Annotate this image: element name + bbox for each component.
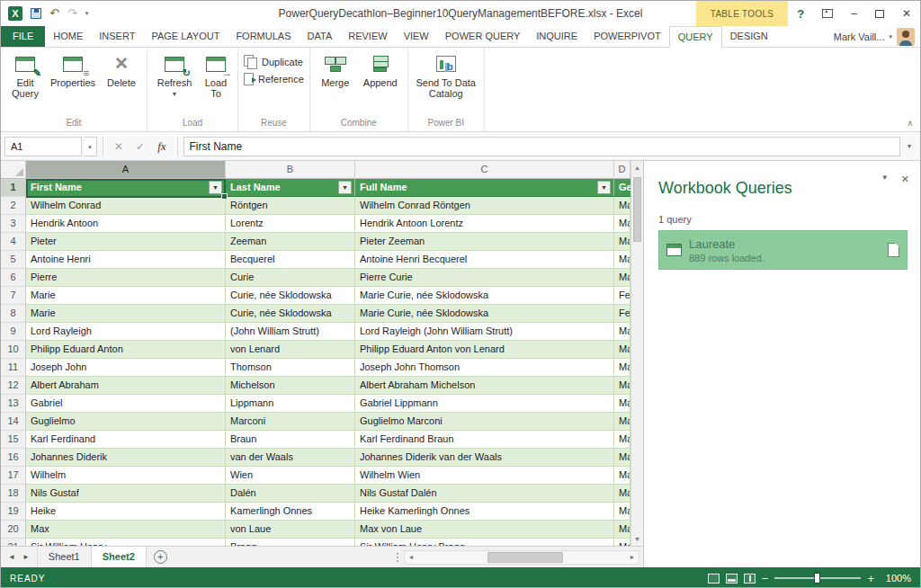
duplicate-button[interactable]: Duplicate — [244, 55, 304, 68]
cell[interactable]: Philipp Eduard Anton von Lenard — [355, 341, 614, 359]
cell[interactable]: Gabriel — [26, 395, 226, 413]
user-avatar[interactable] — [897, 28, 915, 46]
name-box-dropdown-icon[interactable]: ▾ — [84, 137, 97, 156]
cell[interactable]: Lorentz — [226, 215, 355, 233]
tab-data[interactable]: DATA — [300, 26, 341, 47]
cell[interactable]: Pierre — [26, 269, 226, 287]
row-header[interactable]: 3 — [1, 215, 26, 233]
column-header-d[interactable]: D — [614, 161, 630, 179]
cell[interactable]: Lord Rayleigh (John William Strutt) — [355, 323, 614, 341]
sheet-nav-right-icon[interactable]: ► — [22, 553, 30, 561]
cell[interactable]: Max — [26, 521, 226, 539]
cell[interactable]: (John William Strutt) — [226, 323, 355, 341]
cell[interactable]: von Laue — [226, 521, 355, 539]
cell[interactable]: Female — [614, 305, 630, 323]
row-header[interactable]: 12 — [1, 377, 26, 395]
insert-function-icon[interactable]: fx — [152, 139, 171, 154]
formula-bar-expand-icon[interactable]: ▾ — [902, 142, 917, 150]
cell[interactable]: Male — [614, 449, 630, 467]
refresh-button[interactable]: ↻ Refresh ▼ — [153, 49, 196, 100]
cell[interactable]: Guglielmo — [26, 413, 226, 431]
cell[interactable]: von Lenard — [226, 341, 355, 359]
tab-insert[interactable]: INSERT — [91, 26, 143, 47]
row-header[interactable]: 20 — [1, 521, 26, 539]
cell[interactable]: Heike — [26, 503, 226, 521]
page-break-view-icon[interactable] — [744, 574, 756, 584]
cell[interactable]: Male — [614, 467, 630, 485]
horizontal-scrollbar[interactable]: ◄ ► — [404, 550, 639, 565]
row-header[interactable]: 4 — [1, 233, 26, 251]
horizontal-scroll-track[interactable] — [417, 551, 626, 564]
row-header[interactable]: 1 — [1, 179, 26, 197]
cell[interactable]: Female — [614, 287, 630, 305]
cell[interactable]: Röntgen — [226, 197, 355, 215]
add-sheet-icon[interactable]: + — [154, 550, 167, 564]
cell[interactable]: Male — [614, 215, 630, 233]
cell[interactable]: Dalén — [226, 485, 355, 503]
cell[interactable]: Zeeman — [226, 233, 355, 251]
cell[interactable]: Albert Abraham — [26, 377, 226, 395]
cell[interactable]: Karl Ferdinand — [26, 431, 226, 449]
cell[interactable]: Joseph John Thomson — [355, 359, 614, 377]
sheet-tab-sheet2[interactable]: Sheet2 — [92, 547, 147, 567]
send-to-data-catalog-button[interactable]: Send To Data Catalog — [414, 49, 478, 99]
query-peek-icon[interactable] — [888, 243, 899, 257]
cell[interactable]: Male — [614, 431, 630, 449]
cell[interactable]: Karl Ferdinand Braun — [355, 431, 614, 449]
minimize-button[interactable]: – — [842, 1, 866, 26]
cell[interactable]: Male — [614, 359, 630, 377]
cell[interactable]: Hendrik Antoon Lorentz — [355, 215, 614, 233]
cell[interactable]: Lord Rayleigh — [26, 323, 226, 341]
delete-button[interactable]: ✕ Delete — [102, 49, 141, 88]
cell[interactable]: Male — [614, 323, 630, 341]
sheet-tab-sheet1[interactable]: Sheet1 — [37, 547, 92, 567]
vertical-scroll-thumb[interactable] — [633, 177, 641, 242]
row-header[interactable]: 15 — [1, 431, 26, 449]
row-header[interactable]: 14 — [1, 413, 26, 431]
cell[interactable]: Male — [614, 503, 630, 521]
cell[interactable]: Johannes Diderik — [26, 449, 226, 467]
tab-page-layout[interactable]: PAGE LAYOUT — [143, 26, 228, 47]
row-header[interactable]: 7 — [1, 287, 26, 305]
cell[interactable]: Nils Gustaf — [26, 485, 226, 503]
cell[interactable]: Kamerlingh Onnes — [226, 503, 355, 521]
formula-input[interactable]: First Name — [183, 137, 900, 156]
normal-view-icon[interactable] — [708, 574, 720, 584]
row-header[interactable]: 11 — [1, 359, 26, 377]
cell[interactable]: Becquerel — [226, 251, 355, 269]
cell[interactable]: Curie — [226, 269, 355, 287]
column-header-b[interactable]: B — [226, 161, 355, 179]
cell[interactable]: Guglielmo Marconi — [355, 413, 614, 431]
tab-scroll-splitter[interactable] — [397, 553, 398, 562]
row-header[interactable]: 9 — [1, 323, 26, 341]
query-item-laureate[interactable]: Laureate 889 rows loaded. — [658, 230, 908, 270]
edit-query-button[interactable]: ✎ Edit Query — [6, 49, 44, 99]
scroll-up-icon[interactable]: ▲ — [634, 161, 640, 174]
cell[interactable]: Philipp Eduard Anton — [26, 341, 226, 359]
cell[interactable]: Wilhelm Conrad — [26, 197, 226, 215]
cell[interactable]: Bragg — [226, 539, 355, 546]
merge-button[interactable]: Merge — [316, 49, 355, 88]
cell[interactable]: Wilhelm — [26, 467, 226, 485]
tab-design[interactable]: DESIGN — [722, 26, 776, 47]
cell[interactable]: Wien — [226, 467, 355, 485]
cell[interactable]: Albert Abraham Michelson — [355, 377, 614, 395]
filter-button[interactable]: ▼ — [338, 181, 352, 194]
cell[interactable]: Michelson — [226, 377, 355, 395]
cell[interactable]: van der Waals — [226, 449, 355, 467]
cell[interactable]: Male — [614, 341, 630, 359]
row-header[interactable]: 6 — [1, 269, 26, 287]
cell[interactable]: Marie — [26, 287, 226, 305]
table-header-cell-full-name[interactable]: Full Name ▼ — [355, 179, 614, 197]
column-header-c[interactable]: C — [355, 161, 614, 179]
properties-button[interactable]: ≡ Properties — [48, 49, 98, 88]
tab-file[interactable]: FILE — [1, 26, 45, 47]
enter-icon[interactable]: ✓ — [130, 140, 150, 153]
collapse-ribbon-icon[interactable]: ∧ — [907, 119, 913, 128]
row-header[interactable]: 10 — [1, 341, 26, 359]
cell[interactable]: Male — [614, 377, 630, 395]
scroll-left-icon[interactable]: ◄ — [405, 554, 417, 560]
close-button[interactable]: ✕ — [893, 1, 920, 26]
vertical-scroll-track[interactable] — [631, 174, 643, 532]
redo-icon[interactable]: ↷ — [67, 7, 77, 20]
